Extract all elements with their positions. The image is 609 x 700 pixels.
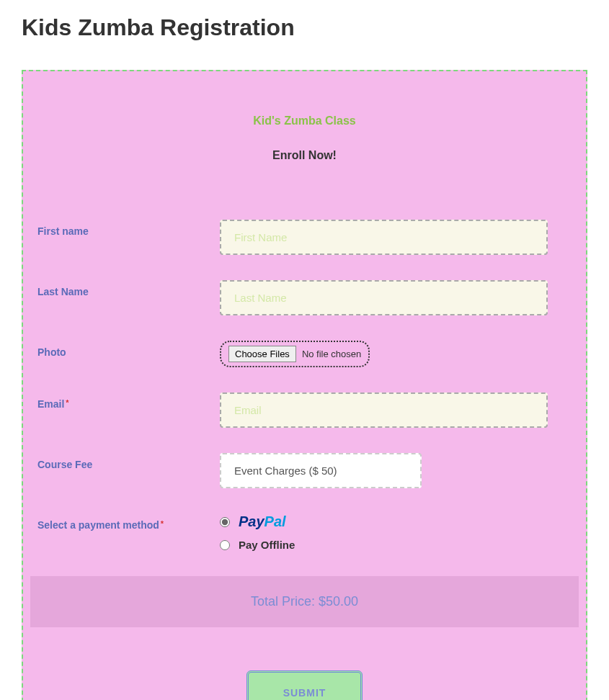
pay-offline-label: Pay Offline [239,539,295,551]
first-name-row: First name [34,220,575,255]
form-title: Kid's Zumba Class [34,115,575,127]
payment-method-label: Select a payment method [37,513,220,531]
choose-files-button[interactable]: Choose Files [228,346,296,362]
course-fee-label: Course Fee [37,453,220,470]
email-row: Email [34,392,575,428]
photo-row: Photo Choose Files No file chosen [34,341,575,367]
paypal-text-pay: Pay [239,513,265,530]
total-price-bar: Total Price: $50.00 [30,576,579,627]
submit-wrapper: SUBMIT [34,670,575,700]
form-header: Kid's Zumba Class Enroll Now! [34,115,575,162]
payment-option-offline[interactable]: Pay Offline [220,539,572,551]
registration-form: Kid's Zumba Class Enroll Now! First name… [22,70,587,700]
photo-file-input[interactable]: Choose Files No file chosen [220,341,370,367]
last-name-row: Last Name [34,280,575,315]
payment-option-paypal[interactable]: PayPal [220,513,572,530]
total-price-label: Total Price: [251,594,315,609]
total-price-amount: $50.00 [319,594,358,609]
submit-button[interactable]: SUBMIT [246,670,363,700]
first-name-input[interactable] [220,220,548,255]
last-name-input[interactable] [220,280,548,315]
paypal-text-pal: Pal [265,513,286,530]
first-name-label: First name [37,220,220,237]
offline-radio[interactable] [220,540,230,550]
email-input[interactable] [220,392,548,428]
payment-options: PayPal Pay Offline [220,513,572,551]
course-fee-row: Course Fee Event Charges ($ 50) [34,453,575,488]
course-fee-select[interactable]: Event Charges ($ 50) [220,453,422,488]
paypal-logo: PayPal [239,513,286,530]
file-status-text: No file chosen [302,349,361,359]
form-subtitle: Enroll Now! [34,149,575,162]
total-price-text: Total Price: $50.00 [251,594,358,609]
email-label: Email [37,392,220,410]
paypal-radio[interactable] [220,517,230,527]
payment-method-row: Select a payment method PayPal Pay Offli… [34,513,575,551]
last-name-label: Last Name [37,280,220,297]
page-title: Kids Zumba Registration [22,14,587,41]
photo-label: Photo [37,341,220,358]
